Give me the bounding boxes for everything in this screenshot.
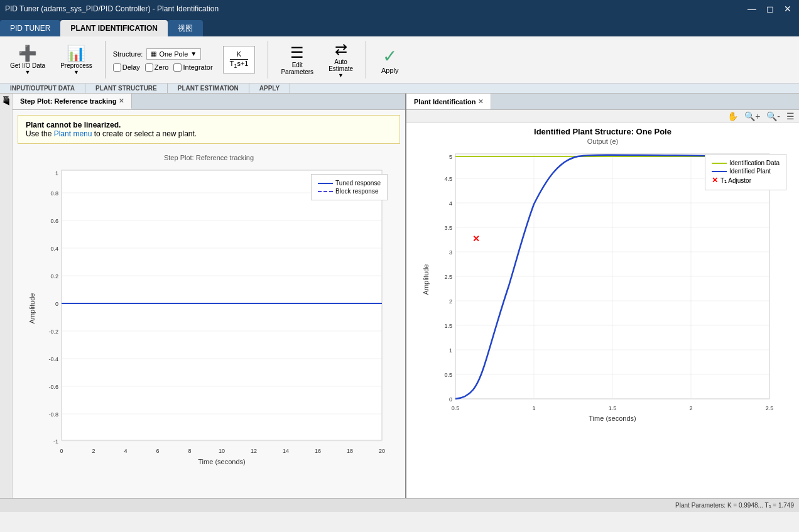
svg-text:1: 1 [532, 405, 535, 411]
section-plant-estimation: PLANT ESTIMATION [168, 84, 249, 93]
preprocess-label: Preprocess [60, 62, 92, 69]
svg-text:-0.6: -0.6 [48, 384, 58, 390]
step-plot-tab-label: Step Plot: Reference tracking [20, 97, 116, 105]
auto-estimate-button[interactable]: ⇄ AutoEstimate ▼ [323, 38, 358, 81]
window-controls[interactable]: ― ◻ ✕ [745, 4, 794, 14]
zero-check-input[interactable] [145, 63, 153, 72]
left-panel: Step Plot: Reference tracking ✕ Plant ca… [13, 94, 406, 498]
svg-text:2.5: 2.5 [444, 274, 452, 280]
svg-text:2: 2 [92, 448, 95, 454]
tab-plant-identification[interactable]: PLANT IDENTIFICATION [60, 20, 167, 36]
warning-box: Plant cannot be linearized. Use the Plan… [18, 115, 400, 144]
svg-text:6: 6 [156, 448, 159, 454]
svg-text:12: 12 [250, 448, 256, 454]
section-labels: INPUT/OUTPUT DATA PLANT STRUCTURE PLANT … [0, 84, 799, 94]
svg-text:4: 4 [124, 448, 127, 454]
edit-params-icon: ☰ [290, 44, 304, 62]
legend-id-data-line [712, 163, 727, 164]
zero-checkbox[interactable]: Zero [145, 63, 169, 72]
svg-text:1.5: 1.5 [444, 323, 452, 329]
svg-text:8: 8 [188, 448, 191, 454]
status-bar: Plant Parameters: K = 0.9948... T₁ = 1.7… [0, 498, 799, 512]
structure-select[interactable]: ▦ One Pole ▼ [146, 48, 201, 60]
svg-text:10: 10 [218, 448, 224, 454]
svg-text:16: 16 [314, 448, 320, 454]
tab-plant-id[interactable]: Plant Identification ✕ [406, 94, 491, 109]
preprocess-arrow: ▼ [73, 69, 79, 75]
left-chart-container: Step Plot: Reference tracking Tuned resp… [13, 149, 405, 498]
svg-text:18: 18 [346, 448, 352, 454]
tab-pid-tuner[interactable]: PID TUNER [0, 20, 60, 36]
warning-bold-text: Plant cannot be linearized. [26, 121, 392, 129]
left-chart-title: Step Plot: Reference tracking [18, 154, 400, 161]
svg-text:-1: -1 [53, 438, 58, 445]
title-bar: PID Tuner (adams_sys_PID/PID Controller)… [0, 0, 799, 18]
apply-button[interactable]: ✓ Apply [374, 42, 406, 78]
right-chart-legend: Identification Data Identified Plant ✕ T… [705, 154, 786, 190]
plant-menu-link[interactable]: Plant menu [54, 129, 92, 138]
divider-1 [105, 41, 106, 79]
svg-text:3.5: 3.5 [444, 225, 452, 231]
delay-checkbox[interactable]: Delay [113, 63, 140, 72]
integrator-checkbox[interactable]: Integrator [173, 63, 212, 72]
divider-3 [366, 41, 366, 79]
svg-text:0.2: 0.2 [50, 273, 58, 280]
data-cursor-btn[interactable]: ☰ [785, 111, 796, 121]
svg-text:1: 1 [448, 347, 452, 354]
checkbox-row: Delay Zero Integrator [113, 63, 213, 72]
svg-text:0.6: 0.6 [50, 218, 58, 224]
legend-t1-adj-label: T₁ Adjustor [720, 177, 751, 184]
left-sidebar: ◀ 数据范围 [0, 94, 13, 498]
structure-value: One Pole [159, 50, 188, 58]
plant-id-tab-label: Plant Identification [414, 98, 476, 106]
edit-parameters-button[interactable]: ☰ EditParameters [276, 41, 318, 78]
right-chart-title: Identified Plant Structure: One Pole [406, 123, 799, 138]
auto-estimate-icon: ⇄ [335, 41, 347, 58]
apply-label: Apply [381, 67, 399, 74]
section-plant-structure: PLANT STRUCTURE [85, 84, 168, 93]
t1-adjustor-marker[interactable]: ✕ [472, 234, 479, 244]
legend-id-data: Identification Data [712, 160, 780, 166]
right-chart-subtitle: Output (e) [406, 138, 799, 145]
left-chart-legend: Tuned response Block response [311, 174, 388, 200]
plant-id-tab-close[interactable]: ✕ [478, 98, 483, 105]
svg-text:0.5: 0.5 [451, 405, 459, 411]
section-io-data: INPUT/OUTPUT DATA [0, 84, 85, 93]
svg-text:Amplitude: Amplitude [422, 264, 430, 295]
restore-button[interactable]: ◻ [764, 4, 776, 14]
zoom-out-btn[interactable]: 🔍- [764, 111, 782, 121]
svg-text:-0.8: -0.8 [48, 411, 58, 418]
delay-check-input[interactable] [113, 63, 121, 72]
toolbar: ➕ Get I/O Data ▼ 📊 Preprocess ▼ Structur… [0, 36, 799, 84]
legend-id-plant: Identified Plant [712, 168, 780, 175]
svg-text:0: 0 [55, 301, 58, 307]
tab-step-plot[interactable]: Step Plot: Reference tracking ✕ [13, 94, 132, 109]
sidebar-toggle[interactable]: ◀ [3, 96, 9, 106]
legend-id-plant-label: Identified Plant [729, 168, 771, 175]
right-panel: Plant Identification ✕ ✋ 🔍+ 🔍- ☰ Identif… [406, 94, 799, 498]
panels: Step Plot: Reference tracking ✕ Plant ca… [13, 94, 799, 498]
legend-block-label: Block response [335, 188, 378, 195]
status-text: Plant Parameters: K = 0.9948... T₁ = 1.7… [675, 502, 794, 509]
minimize-button[interactable]: ― [745, 4, 759, 14]
pan-tool-btn[interactable]: ✋ [726, 111, 740, 121]
svg-text:0: 0 [448, 396, 452, 403]
get-io-data-button[interactable]: ➕ Get I/O Data ▼ [5, 42, 50, 78]
legend-t1-adj: ✕ T₁ Adjustor [712, 176, 780, 185]
svg-text:2: 2 [448, 298, 452, 305]
preprocess-icon: 📊 [67, 45, 85, 62]
tab-view[interactable]: 视图 [168, 20, 203, 36]
svg-text:4: 4 [448, 200, 452, 207]
svg-text:-0.4: -0.4 [48, 356, 58, 362]
y-axis-label: Amplitude [28, 293, 36, 324]
legend-id-plant-line [712, 171, 727, 172]
step-plot-tab-close[interactable]: ✕ [119, 97, 124, 104]
structure-label: Structure: [113, 50, 143, 58]
close-button[interactable]: ✕ [781, 4, 794, 14]
preprocess-button[interactable]: 📊 Preprocess ▼ [55, 42, 97, 78]
zoom-in-btn[interactable]: 🔍+ [742, 111, 762, 121]
integrator-check-input[interactable] [173, 63, 182, 72]
edit-params-label: EditParameters [281, 62, 313, 75]
legend-block-line [318, 191, 333, 192]
window-title: PID Tuner (adams_sys_PID/PID Controller)… [5, 4, 219, 13]
